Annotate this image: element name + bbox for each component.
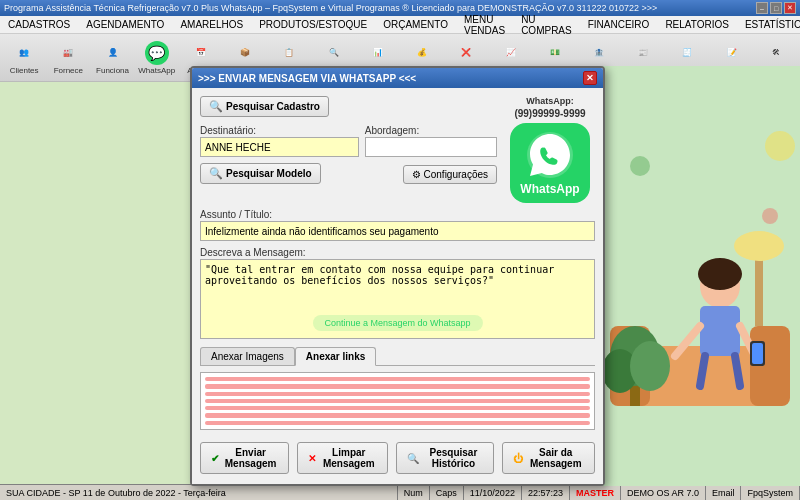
relatorio-icon: 📊 (366, 41, 390, 65)
whatsapp-app-icon (525, 130, 575, 180)
pesquisar-icon: 🔍 (407, 453, 419, 464)
config-icon: ⚙ (412, 169, 421, 180)
limpar-mensagem-btn[interactable]: ✕ Limpar Mensagem (297, 442, 388, 474)
search-icon: 🔍 (209, 100, 223, 113)
destinatario-label: Destinatário: (200, 125, 359, 136)
status-bar: SUA CIDADE - SP 11 de Outubro de 2022 - … (0, 484, 800, 500)
attachment-line-1 (205, 377, 590, 381)
title-bar: Programa Assistência Técnica Refrigeraçã… (0, 0, 800, 16)
menu-estatistica[interactable]: ESTATÍSTICA (741, 18, 800, 31)
whatsapp-phone-label: WhatsApp: (526, 96, 574, 106)
status-fpq: FpqSystem (741, 485, 800, 500)
assunto-label: Assunto / Título: (200, 209, 595, 220)
search-modelo-btn[interactable]: 🔍 Pesquisar Modelo (200, 163, 321, 184)
svg-line-15 (735, 356, 740, 386)
message-container: "Que tal entrar em contato com nossa equ… (200, 259, 595, 339)
menu-produtos[interactable]: PRODUTOS/ESTOQUE (255, 18, 371, 31)
financeiro-icon: 💵 (543, 41, 567, 65)
maximize-btn[interactable]: □ (770, 2, 782, 14)
menu-vendas[interactable]: MENU VENDAS (460, 13, 509, 37)
menu-orcamento[interactable]: ORÇAMENTO (379, 18, 452, 31)
recibo-icon: 🧾 (675, 41, 699, 65)
fornece-icon: 🏭 (56, 41, 80, 65)
message-textarea[interactable]: "Que tal entrar em contato com nossa equ… (200, 259, 595, 339)
svg-point-5 (734, 231, 784, 261)
abordagem-field[interactable] (365, 137, 497, 157)
suporte-icon: 🛠 (764, 41, 788, 65)
amarelhos-icon: 📋 (277, 41, 301, 65)
pesquisar-historico-btn[interactable]: 🔍 Pesquisar Histórico (396, 442, 494, 474)
status-email: Email (706, 485, 742, 500)
enviar-mensagem-btn[interactable]: ✔ Enviar Mensagem (200, 442, 289, 474)
funciona-btn[interactable]: 👤 Funciona (92, 36, 132, 80)
attachment-line-5 (205, 406, 590, 410)
attachment-line-7 (205, 421, 590, 425)
whatsapp-dialog: >>> ENVIAR MENSAGEM VIA WHATSAPP <<< ✕ 🔍… (190, 66, 605, 486)
dialog-title: >>> ENVIAR MENSAGEM VIA WHATSAPP <<< (198, 73, 416, 84)
adiario-icon: 📰 (631, 41, 655, 65)
attachment-line-2 (205, 384, 590, 388)
tabs-row: Anexar Imagens Anexar links (200, 347, 595, 366)
relatorio2-icon: 📈 (499, 41, 523, 65)
svg-line-14 (700, 356, 705, 386)
assunto-field[interactable] (200, 221, 595, 241)
status-city: SUA CIDADE - SP 11 de Outubro de 2022 - … (0, 485, 398, 500)
clientes-icon: 👥 (12, 41, 36, 65)
dialog-close-btn[interactable]: ✕ (583, 71, 597, 85)
fornece-btn[interactable]: 🏭 Fornece (48, 36, 88, 80)
cancelar-icon: ❌ (454, 41, 478, 65)
funciona-icon: 👤 (101, 41, 125, 65)
attachment-line-6 (205, 413, 590, 417)
window-controls: – □ ✕ (756, 2, 796, 14)
attachment-line-3 (205, 392, 590, 396)
attachment-area (200, 372, 595, 430)
whatsapp-app-name: WhatsApp (520, 182, 579, 196)
configuracoes-btn[interactable]: ⚙ Configurações (403, 165, 497, 184)
menu-amarelhos[interactable]: AMARELHOS (176, 18, 247, 31)
dialog-body: 🔍 Pesquisar Cadastro Destinatário: Abord… (192, 88, 603, 484)
svg-point-21 (762, 208, 778, 224)
svg-point-20 (630, 156, 650, 176)
clientes-btn[interactable]: 👥 Clientes (4, 36, 44, 80)
attachment-line-4 (205, 399, 590, 403)
whatsapp-btn[interactable]: 💬 WhatsApp (137, 36, 177, 80)
model-config-row: 🔍 Pesquisar Modelo ⚙ Configurações (200, 163, 497, 184)
status-num: Num (398, 485, 430, 500)
status-time: 22:57:23 (522, 485, 570, 500)
bottom-buttons: ✔ Enviar Mensagem ✕ Limpar Mensagem 🔍 Pe… (200, 436, 595, 476)
menu-financeiro[interactable]: FINANCEIRO (584, 18, 654, 31)
menu-agendamento[interactable]: AGENDAMENTO (82, 18, 168, 31)
destinatario-field[interactable] (200, 137, 359, 157)
close-btn[interactable]: ✕ (784, 2, 796, 14)
svg-point-19 (765, 131, 795, 161)
produtos-icon: 📦 (233, 41, 257, 65)
menu-cadastros[interactable]: CADASTROS (4, 18, 74, 31)
menu-bar: CADASTROS AGENDAMENTO AMARELHOS PRODUTOS… (0, 16, 800, 34)
tab-imagens[interactable]: Anexar Imagens (200, 347, 295, 365)
search-cadastro-btn[interactable]: 🔍 Pesquisar Cadastro (200, 96, 329, 117)
minimize-btn[interactable]: – (756, 2, 768, 14)
assunto-section: Assunto / Título: (200, 209, 595, 241)
sair-mensagem-btn[interactable]: ⏻ Sair da Mensagem (502, 442, 595, 474)
top-left-section: 🔍 Pesquisar Cadastro Destinatário: Abord… (200, 96, 497, 184)
status-master: MASTER (570, 485, 621, 500)
top-row: 🔍 Pesquisar Cadastro Destinatário: Abord… (200, 96, 595, 203)
status-caps: Caps (430, 485, 464, 500)
status-demo: DEMO OS AR 7.0 (621, 485, 706, 500)
whatsapp-logo-area: WhatsApp: (99)99999-9999 WhatsApp (505, 96, 595, 203)
enviar-icon: ✔ (211, 453, 219, 464)
tab-links[interactable]: Anexar links (295, 347, 376, 366)
title-bar-text: Programa Assistência Técnica Refrigeraçã… (4, 3, 657, 13)
agenda-icon: 📅 (189, 41, 213, 65)
menu-compras[interactable]: NU COMPRAS (517, 13, 576, 37)
whatsapp-phone: (99)99999-9999 (514, 108, 585, 119)
status-date: 11/10/2022 (464, 485, 522, 500)
sair-icon: ⏻ (513, 453, 523, 464)
menu-relatorios[interactable]: RELATORIOS (661, 18, 733, 31)
abordagem-label: Abordagem: (365, 125, 497, 136)
whatsapp-icon: 💬 (145, 41, 169, 65)
svg-rect-11 (700, 306, 740, 356)
svg-point-9 (630, 341, 670, 391)
contrato-icon: 📝 (720, 41, 744, 65)
dialog-title-bar: >>> ENVIAR MENSAGEM VIA WHATSAPP <<< ✕ (192, 68, 603, 88)
